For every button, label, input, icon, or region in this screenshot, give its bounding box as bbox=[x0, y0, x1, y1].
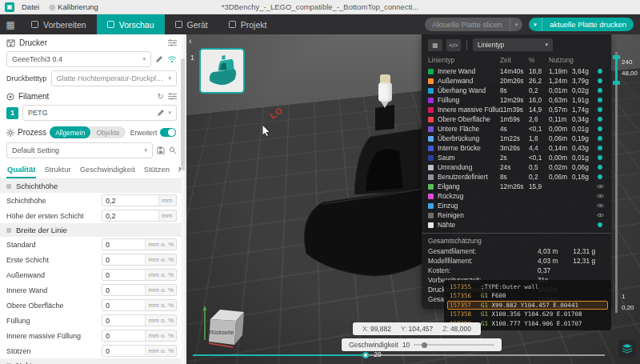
wifi-icon[interactable] bbox=[167, 55, 177, 63]
sidebar-collapse-handle[interactable]: ‹ bbox=[189, 36, 192, 46]
move-slider-track[interactable] bbox=[193, 354, 605, 356]
layer-slider-top-handle[interactable] bbox=[613, 55, 620, 59]
process-objects-toggle[interactable]: Objekte bbox=[90, 129, 125, 137]
param-input[interactable]: 0mm o. % bbox=[102, 314, 177, 326]
legend-gcode-icon[interactable]: </> bbox=[446, 39, 461, 51]
param-input[interactable]: 0mm o. % bbox=[102, 345, 177, 357]
section-header[interactable]: Breite der Linie bbox=[0, 223, 185, 237]
param-tab-3[interactable]: Stützen bbox=[143, 164, 170, 178]
sidebar-scrollbar[interactable] bbox=[181, 34, 185, 364]
speed-slider-handle[interactable] bbox=[422, 342, 427, 348]
param-value[interactable]: 0 bbox=[102, 300, 145, 310]
visibility-toggle[interactable] bbox=[595, 69, 605, 74]
tab-gerät[interactable]: Gerät bbox=[165, 14, 218, 34]
param-tab-0[interactable]: Qualität bbox=[6, 164, 36, 178]
param-value[interactable]: 0 bbox=[102, 315, 145, 326]
visibility-toggle[interactable] bbox=[595, 136, 605, 141]
visibility-toggle[interactable] bbox=[595, 174, 605, 179]
param-value[interactable]: 0 bbox=[102, 346, 145, 356]
legend-grid-icon[interactable]: ▦ bbox=[428, 39, 442, 51]
param-value[interactable]: 0,2 bbox=[102, 210, 158, 221]
tab-projekt[interactable]: Projekt bbox=[218, 14, 278, 34]
speed-slider[interactable] bbox=[414, 344, 494, 346]
layer-slider[interactable]: 240 48,00 1 0,20 bbox=[615, 52, 618, 313]
line-type-length: 0,00m bbox=[549, 125, 572, 133]
visibility-toggle[interactable] bbox=[595, 213, 605, 218]
param-tab-2[interactable]: Geschwindigkeit bbox=[79, 164, 136, 178]
view-type-select[interactable]: Linientyp ▾ bbox=[473, 38, 553, 51]
layer-slider-current-handle[interactable] bbox=[613, 81, 620, 85]
bed-type-select[interactable]: Glatte Hochtemperatur-Druckplatte ▾ bbox=[51, 70, 177, 86]
visibility-toggle[interactable] bbox=[595, 107, 605, 112]
param-input[interactable]: 0,2mm bbox=[102, 210, 177, 222]
param-value[interactable]: 0 bbox=[102, 285, 145, 295]
visibility-toggle[interactable] bbox=[595, 203, 605, 208]
param-input[interactable]: 0mm o. % bbox=[102, 254, 177, 266]
print-options-chevron-icon[interactable]: ▾ bbox=[529, 18, 542, 31]
save-preset-icon[interactable] bbox=[157, 146, 165, 154]
visibility-toggle[interactable] bbox=[595, 194, 605, 198]
summary-value-2: 12,31 g bbox=[573, 247, 605, 255]
move-slider[interactable]: 29 bbox=[193, 350, 605, 360]
layer-slider-track[interactable] bbox=[615, 52, 618, 313]
param-input[interactable]: 0mm o. % bbox=[102, 269, 177, 281]
gcode-line[interactable]: 157355;TYPE:Outer wall bbox=[447, 282, 608, 292]
filament-sync-icon[interactable]: ↻ bbox=[158, 92, 164, 101]
visibility-toggle[interactable] bbox=[595, 88, 605, 93]
advanced-toggle[interactable] bbox=[160, 128, 176, 137]
section-header[interactable]: Schichthöhe bbox=[0, 179, 185, 193]
visibility-toggle[interactable] bbox=[595, 184, 605, 189]
print-plate-button[interactable]: ▾ aktuelle Platte drucken bbox=[529, 18, 634, 31]
printer-settings-icon[interactable] bbox=[168, 39, 177, 46]
viewport-3d[interactable]: LO ‹ 1 bbox=[186, 34, 640, 364]
scrollbar-thumb[interactable] bbox=[181, 58, 185, 170]
param-input[interactable]: 0mm o. % bbox=[102, 330, 177, 342]
printer-select[interactable]: GeeeTechi3 0.4 ▾ bbox=[6, 51, 151, 67]
param-value[interactable]: 0 bbox=[102, 254, 145, 265]
visibility-toggle[interactable] bbox=[595, 98, 605, 102]
slice-plate-button[interactable]: Aktuelle Platte slicen ▾ bbox=[425, 18, 522, 31]
menu-datei[interactable]: Datei bbox=[19, 2, 42, 11]
summary-row: Kosten:0,37 bbox=[422, 266, 611, 275]
visibility-toggle[interactable] bbox=[595, 146, 605, 150]
param-input[interactable]: 0mm o. % bbox=[102, 299, 177, 311]
tab-vorschau[interactable]: Vorschau bbox=[97, 14, 165, 34]
menu-kalibrierung[interactable]: ◎ Kalibrierung bbox=[46, 2, 101, 11]
visibility-toggle[interactable] bbox=[595, 117, 605, 122]
param-value[interactable]: 0,2 bbox=[102, 195, 158, 206]
visibility-toggle[interactable] bbox=[595, 78, 605, 83]
visibility-toggle[interactable] bbox=[595, 165, 605, 170]
param-value[interactable]: 0 bbox=[102, 239, 145, 250]
edit-filament-icon[interactable] bbox=[157, 109, 165, 117]
search-preset-icon[interactable] bbox=[169, 146, 177, 154]
gcode-line[interactable]: 157357G1 X99.882 Y104.457 E.00441 bbox=[447, 301, 608, 310]
layers-view-button[interactable] bbox=[618, 340, 636, 358]
gcode-line[interactable]: 157356G1 F600 bbox=[447, 291, 608, 301]
tab-vorbereiten[interactable]: Vorbereiten bbox=[21, 14, 97, 34]
orientation-cube[interactable]: Rückseite bbox=[201, 302, 249, 353]
line-type-time: 8s bbox=[500, 86, 529, 94]
visibility-toggle[interactable] bbox=[595, 222, 605, 227]
preset-select[interactable]: Default Setting ▾ bbox=[6, 142, 153, 158]
move-slider-handle[interactable] bbox=[362, 352, 369, 358]
plate-grid-icon[interactable]: ▦ bbox=[0, 14, 21, 34]
gcode-line[interactable]: 157358G1 X100.356 Y104.629 E.01708 bbox=[447, 310, 608, 319]
filament-settings-icon[interactable] bbox=[168, 93, 177, 100]
param-input[interactable]: 0mm o. % bbox=[102, 238, 177, 250]
param-tab-1[interactable]: Struktur bbox=[43, 164, 71, 178]
section-header[interactable]: Naht bbox=[0, 358, 185, 364]
visibility-toggle[interactable] bbox=[595, 155, 605, 160]
param-value[interactable]: 0 bbox=[102, 330, 145, 341]
object-thumbnail[interactable] bbox=[199, 48, 245, 94]
param-input[interactable]: 0mm o. % bbox=[102, 284, 177, 296]
slice-options-chevron-icon[interactable]: ▾ bbox=[510, 18, 523, 31]
param-input[interactable]: 0,2mm bbox=[102, 194, 177, 206]
filament-index-badge[interactable]: 1 bbox=[6, 107, 18, 119]
visibility-toggle[interactable] bbox=[595, 126, 605, 131]
line-type-name: Überbrückung bbox=[438, 134, 479, 142]
process-global-toggle[interactable]: Allgemein bbox=[50, 126, 90, 138]
param-value[interactable]: 0 bbox=[102, 270, 145, 280]
filament-select[interactable]: PETG ▾ bbox=[22, 105, 177, 121]
calibration-icon: ◎ bbox=[49, 3, 55, 11]
edit-printer-icon[interactable] bbox=[155, 55, 163, 63]
